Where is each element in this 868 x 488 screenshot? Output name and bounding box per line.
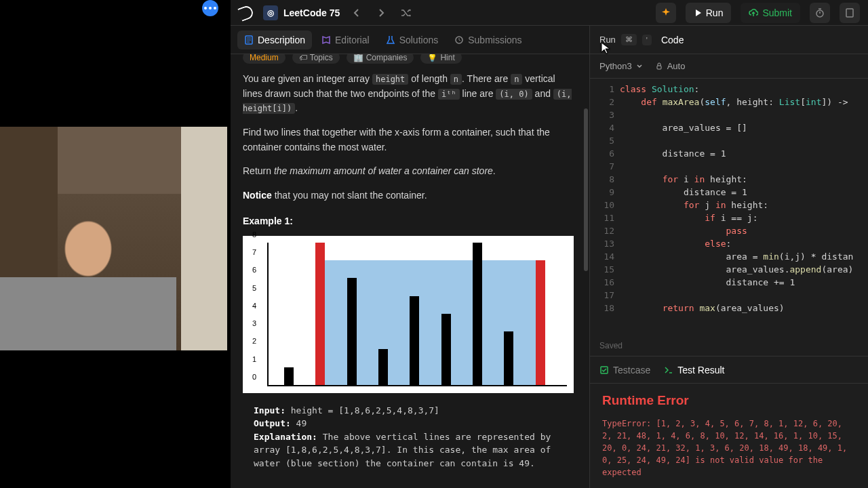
options-button[interactable]: [202, 0, 218, 16]
topics-tag[interactable]: 🏷 Topics: [292, 54, 340, 64]
book-icon: [321, 35, 331, 45]
timer-button[interactable]: [810, 3, 830, 23]
notes-button[interactable]: [840, 3, 860, 23]
line-numbers: 123456789101112131415161718: [590, 79, 620, 336]
video-sidebar: [0, 0, 231, 488]
problem-statement: You are given an integer array height of…: [243, 72, 577, 203]
tab-testcase[interactable]: Testcase: [599, 365, 650, 375]
lock-icon: [655, 62, 663, 70]
next-problem-button[interactable]: [374, 5, 389, 20]
tab-submissions[interactable]: Submissions: [448, 30, 528, 49]
companies-tag[interactable]: 🏢 Companies: [347, 54, 414, 64]
play-icon: [694, 9, 702, 17]
example-chart: 012345678: [243, 236, 574, 393]
flask-icon: [386, 35, 395, 45]
svg-rect-1: [846, 9, 853, 17]
svg-rect-4: [657, 66, 661, 69]
error-title: Runtime Error: [602, 393, 856, 408]
topbar: ◎ LeetCode 75 Run Submit: [231, 0, 868, 26]
description-icon: [244, 35, 254, 45]
shortcut-quote-icon: ': [642, 35, 652, 45]
code-tab[interactable]: Code: [661, 35, 684, 45]
code-editor[interactable]: 123456789101112131415161718 class Soluti…: [590, 79, 868, 336]
tab-editorial[interactable]: Editorial: [315, 30, 376, 49]
sparkle-button[interactable]: [656, 3, 676, 23]
clock-icon: [454, 35, 464, 45]
cloud-upload-icon: [749, 8, 758, 18]
submit-button[interactable]: Submit: [741, 3, 800, 23]
difficulty-badge: Medium: [243, 54, 285, 64]
hint-tag[interactable]: 💡 Hint: [420, 54, 461, 64]
code-panel: Run ⌘ ' Code Python3 Auto 12345678910111…: [590, 26, 868, 488]
prev-problem-button[interactable]: [349, 5, 364, 20]
tab-test-result[interactable]: Test Result: [664, 365, 724, 375]
example-io: Input: height = [1,8,6,2,5,4,8,3,7] Outp…: [243, 404, 577, 470]
webcam-feed: [0, 127, 227, 350]
run-button[interactable]: Run: [686, 3, 732, 23]
back-to-list-icon[interactable]: [239, 5, 254, 20]
language-select[interactable]: Python3: [599, 61, 643, 71]
problem-panel: Description Editorial Solutions Submissi…: [231, 26, 590, 488]
scrollbar[interactable]: [584, 108, 588, 271]
tag-row: Medium 🏷 Topics 🏢 Companies 💡 Hint: [243, 54, 577, 64]
tab-description[interactable]: Description: [237, 30, 312, 49]
problem-list-title[interactable]: ◎ LeetCode 75: [263, 5, 340, 20]
example-1-label: Example 1:: [243, 216, 577, 226]
terminal-icon: [664, 365, 673, 375]
result-body: Runtime Error TypeError: [1, 2, 3, 4, 5,…: [590, 383, 868, 488]
shortcut-cmd-icon: ⌘: [621, 34, 637, 45]
shuffle-button[interactable]: [398, 5, 413, 20]
problem-tabs: Description Editorial Solutions Submissi…: [231, 26, 589, 54]
run-mini-button[interactable]: Run ⌘ ': [599, 34, 652, 45]
saved-status: Saved: [590, 336, 868, 356]
check-square-icon: [599, 365, 609, 375]
list-icon: ◎: [263, 5, 278, 20]
problem-content: Medium 🏷 Topics 🏢 Companies 💡 Hint You a…: [231, 54, 589, 488]
error-message: TypeError: [1, 2, 3, 4, 5, 6, 7, 8, 1, 1…: [602, 418, 856, 479]
auto-toggle[interactable]: Auto: [655, 61, 686, 71]
chevron-down-icon: [636, 63, 643, 70]
tab-solutions[interactable]: Solutions: [379, 30, 446, 49]
